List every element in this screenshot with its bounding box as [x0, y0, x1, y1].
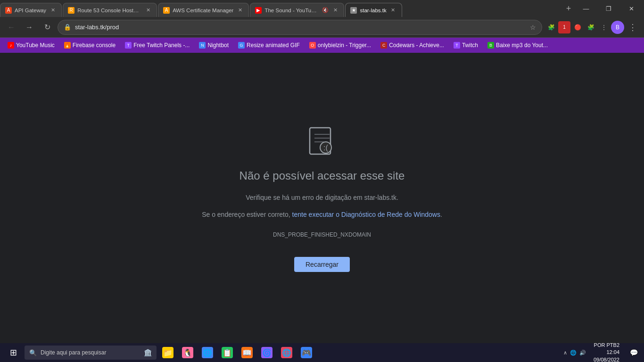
tab-close-button[interactable]: ✕ — [49, 7, 57, 14]
close-button[interactable]: ✕ — [620, 0, 642, 17]
minimize-button[interactable]: — — [575, 0, 597, 17]
tab-title: AWS Certificate Manager — [173, 8, 233, 13]
tab-close-button[interactable]: ✕ — [389, 7, 397, 14]
bookmark-label: Nightbot — [207, 42, 229, 49]
navigation-bar: ← → ↻ 🔒 star-labs.tk/prod ☆ 🧩 1 🔴 🧩 ⋮ B … — [0, 17, 644, 38]
taskbar-app-icon: 📖 — [241, 347, 253, 358]
bookmark-label: onlybielzin - Trigger... — [318, 42, 371, 49]
bookmark-favicon: N — [199, 42, 206, 49]
notification-button[interactable]: 💬 — [627, 346, 640, 359]
bookmark-favicon: ♪ — [8, 42, 14, 49]
taskbar-app-icon: 📁 — [162, 347, 173, 358]
error-detail: Se o endereço estiver correto, tente exe… — [202, 211, 442, 218]
taskbar-app-icon: 🌐 — [202, 347, 213, 358]
bookmark-label: Resize animated GIF — [247, 42, 300, 49]
puzzle-ext-icon[interactable]: 🧩 — [585, 21, 597, 33]
bookmark-label: Firebase console — [73, 42, 116, 49]
profile-button[interactable]: B — [611, 21, 624, 34]
tab-title: The Sound - YouTube M... — [264, 8, 319, 13]
volume-icon[interactable]: 🔊 — [579, 350, 586, 356]
tab-close-button[interactable]: ✕ — [144, 7, 152, 14]
tab-tab3[interactable]: AAWS Certificate Manager✕ — [158, 3, 249, 17]
taskbar-search[interactable]: 🔍 Digite aqui para pesquisar 🏛️ — [25, 346, 157, 360]
taskbar-clock[interactable]: POR PTB2 12:04 09/08/2022 — [590, 342, 623, 362]
bookmark-favicon: T — [125, 42, 132, 49]
tab-tab5[interactable]: ★star-labs.tk✕ — [345, 3, 402, 17]
chevron-up-icon[interactable]: ∧ — [563, 350, 567, 356]
taskbar-app-icon: 🌀 — [261, 347, 272, 358]
bookmark-bm5[interactable]: GResize animated GIF — [234, 39, 304, 51]
network-diagnostics-link[interactable]: tente executar o Diagnóstico de Rede do … — [292, 211, 440, 218]
bookmark-label: Baixe mp3 do Yout... — [496, 42, 548, 49]
bookmark-favicon: C — [380, 42, 387, 49]
extensions-icon[interactable]: 🧩 — [545, 21, 557, 33]
taskbar-app-app4[interactable]: 📋 — [218, 343, 237, 362]
tab-favicon: A — [163, 7, 170, 14]
tab-close-button[interactable]: ✕ — [331, 7, 339, 14]
address-bar[interactable]: 🔒 star-labs.tk/prod ☆ — [58, 20, 542, 35]
tab-favicon: ★ — [350, 7, 357, 14]
tab-title: Route 53 Console Hosted Zo... — [77, 8, 141, 13]
svg-text::(: :( — [323, 144, 328, 152]
taskbar-app-icon: 🎮 — [301, 347, 312, 358]
maximize-button[interactable]: ❐ — [598, 0, 619, 17]
fire-ext-icon[interactable]: 🔴 — [571, 21, 584, 33]
mute-icon[interactable]: 🔇 — [322, 7, 329, 13]
taskbar-app-app3[interactable]: 🌐 — [198, 343, 217, 362]
reload-page-button[interactable]: Recarregar — [294, 257, 350, 272]
error-subtitle: Verifique se há um erro de digitação em … — [246, 194, 398, 201]
tab-favicon: ▶ — [255, 7, 262, 14]
taskbar: ⊞ 🔍 Digite aqui para pesquisar 🏛️ 📁🐧🌐📋📖🌀… — [0, 343, 644, 362]
bookmark-favicon: G — [238, 42, 245, 49]
nav-actions: 🧩 1 🔴 🧩 ⋮ B ⋮ — [545, 20, 640, 35]
bookmark-bm1[interactable]: ♪YouTube Music — [4, 39, 58, 51]
bookmark-bm3[interactable]: TFree Twitch Panels -... — [121, 39, 193, 51]
reload-button[interactable]: ↻ — [40, 20, 55, 35]
error-detail-prefix: Se o endereço estiver correto, — [202, 211, 292, 218]
taskbar-right: ∧ 🌐 🔊 POR PTB2 12:04 09/08/2022 💬 — [563, 342, 640, 362]
tabs-container: AAPI Gateway✕RRoute 53 Console Hosted Zo… — [0, 0, 560, 17]
bookmark-label: Codewars - Achieve... — [389, 42, 444, 49]
bookmark-bm4[interactable]: NNightbot — [195, 39, 232, 51]
lock-icon: 🔒 — [64, 24, 71, 31]
back-button[interactable]: ← — [4, 20, 19, 35]
clock-time: 12:04 — [594, 349, 619, 356]
shield-ext-icon[interactable]: 1 — [558, 21, 570, 33]
bookmark-bm6[interactable]: Oonlybielzin - Trigger... — [305, 39, 375, 51]
cortana-icon: 🏛️ — [144, 349, 152, 356]
taskbar-app-app2[interactable]: 🐧 — [178, 343, 197, 362]
address-text: star-labs.tk/prod — [75, 24, 526, 31]
system-tray: ∧ 🌐 🔊 — [563, 350, 586, 356]
search-icon: 🔍 — [29, 349, 37, 356]
taskbar-app-app6[interactable]: 🌀 — [257, 343, 276, 362]
error-title: Não é possível acessar esse site — [239, 169, 405, 182]
taskbar-apps: 📁🐧🌐📋📖🌀🌐🎮 — [158, 343, 561, 362]
new-tab-button[interactable]: + — [562, 2, 575, 15]
bookmark-bm7[interactable]: CCodewars - Achieve... — [377, 39, 448, 51]
bookmark-bm8[interactable]: TTwitch — [450, 39, 482, 51]
taskbar-app-app7[interactable]: 🌐 — [277, 343, 296, 362]
bookmark-favicon: T — [454, 42, 460, 49]
tab-tab4[interactable]: ▶The Sound - YouTube M...🔇✕ — [250, 3, 344, 17]
forward-button[interactable]: → — [22, 20, 37, 35]
taskbar-app-icon: 🐧 — [182, 347, 193, 358]
tab-close-button[interactable]: ✕ — [236, 7, 244, 14]
error-icon: :( — [305, 124, 339, 158]
tab-favicon: A — [5, 7, 12, 14]
tab-favicon: R — [68, 7, 74, 14]
taskbar-app-app8[interactable]: 🎮 — [297, 343, 316, 362]
bookmark-favicon: 🔥 — [64, 42, 71, 49]
tab-tab2[interactable]: RRoute 53 Console Hosted Zo...✕ — [63, 3, 157, 17]
menu-button[interactable]: ⋮ — [625, 20, 640, 35]
start-button[interactable]: ⊞ — [4, 343, 23, 362]
bookmark-label: Free Twitch Panels -... — [133, 42, 190, 49]
bookmark-bm2[interactable]: 🔥Firebase console — [60, 39, 119, 51]
taskbar-app-app5[interactable]: 📖 — [238, 343, 256, 362]
extra-ext-icon[interactable]: ⋮ — [598, 21, 610, 33]
bookmark-bm9[interactable]: BBaixe mp3 do Yout... — [484, 39, 552, 51]
bookmark-star-icon[interactable]: ☆ — [530, 24, 536, 31]
taskbar-app-app1[interactable]: 📁 — [158, 343, 177, 362]
network-icon[interactable]: 🌐 — [570, 350, 577, 356]
tab-tab1[interactable]: AAPI Gateway✕ — [0, 3, 62, 17]
bookmarks-bar: ♪YouTube Music🔥Firebase consoleTFree Twi… — [0, 38, 644, 53]
